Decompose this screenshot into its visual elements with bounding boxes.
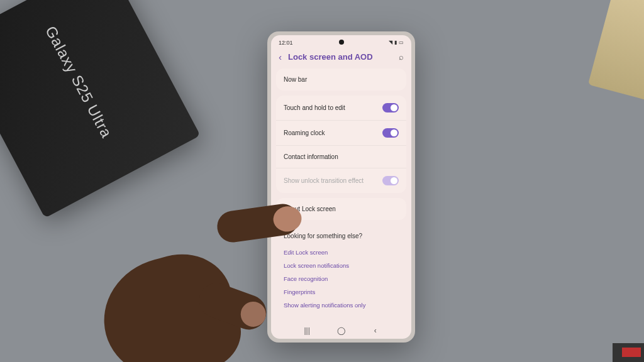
setting-label: About Lock screen (284, 206, 336, 212)
status-icons: ◥ ▮ ▭ (389, 40, 404, 45)
watermark (613, 343, 644, 362)
touch-hold-edit-row[interactable]: Touch and hold to edit (276, 96, 406, 120)
related-links-section: Looking for something else? Edit Lock sc… (276, 225, 406, 312)
fingerprints-link[interactable]: Fingerprints (276, 285, 406, 299)
signal-icon: ▮ (394, 40, 397, 45)
about-lock-screen-row[interactable]: About Lock screen (276, 198, 406, 220)
recents-button[interactable]: ||| (301, 326, 313, 335)
setting-label: Contact information (284, 153, 338, 160)
back-button[interactable]: ‹ (370, 326, 381, 335)
settings-group: Touch and hold to edit Roaming clock Con… (276, 96, 406, 193)
product-box: Galaxy S25 Ultra (0, 0, 201, 218)
related-links-heading: Looking for something else? (276, 225, 406, 246)
battery-icon: ▭ (399, 40, 404, 45)
settings-list: Now bar Touch and hold to edit Roaming c… (271, 69, 411, 312)
wifi-icon: ◥ (389, 40, 392, 45)
settings-group: About Lock screen (276, 198, 406, 220)
roaming-clock-toggle[interactable] (382, 128, 399, 138)
touch-hold-edit-toggle[interactable] (382, 103, 399, 112)
unlock-transition-row: Show unlock transition effect (276, 168, 406, 193)
unlock-transition-toggle (382, 176, 399, 185)
phone-screen: 12:01 ◥ ▮ ▭ ‹ Lock screen and AOD ⌕ Now … (271, 35, 411, 339)
back-icon[interactable]: ‹ (279, 52, 282, 62)
hand-pointing (85, 207, 292, 362)
search-icon[interactable]: ⌕ (399, 52, 404, 62)
face-recognition-link[interactable]: Face recognition (276, 272, 406, 285)
settings-header: ‹ Lock screen and AOD ⌕ (271, 48, 411, 69)
settings-group: Now bar (276, 69, 406, 90)
edit-lock-screen-link[interactable]: Edit Lock screen (276, 246, 406, 259)
setting-label: Roaming clock (284, 129, 325, 136)
home-button[interactable]: ◯ (335, 326, 347, 335)
show-alerting-notifications-link[interactable]: Show alerting notifications only (276, 299, 406, 312)
setting-label: Touch and hold to edit (284, 104, 345, 111)
product-box-label: Galaxy S25 Ultra (42, 23, 115, 141)
phone-frame: 12:01 ◥ ▮ ▭ ‹ Lock screen and AOD ⌕ Now … (267, 31, 415, 343)
setting-label: Show unlock transition effect (284, 177, 364, 184)
page-title: Lock screen and AOD (288, 52, 392, 62)
now-bar-row[interactable]: Now bar (276, 69, 406, 90)
status-time: 12:01 (279, 40, 293, 46)
setting-label: Now bar (284, 76, 307, 83)
contact-info-row[interactable]: Contact information (276, 145, 406, 168)
lock-screen-notifications-link[interactable]: Lock screen notifications (276, 259, 406, 272)
navigation-bar: ||| ◯ ‹ (271, 322, 411, 339)
camera-punch-hole (339, 40, 344, 45)
roaming-clock-row[interactable]: Roaming clock (276, 120, 406, 145)
background-object (588, 0, 644, 101)
